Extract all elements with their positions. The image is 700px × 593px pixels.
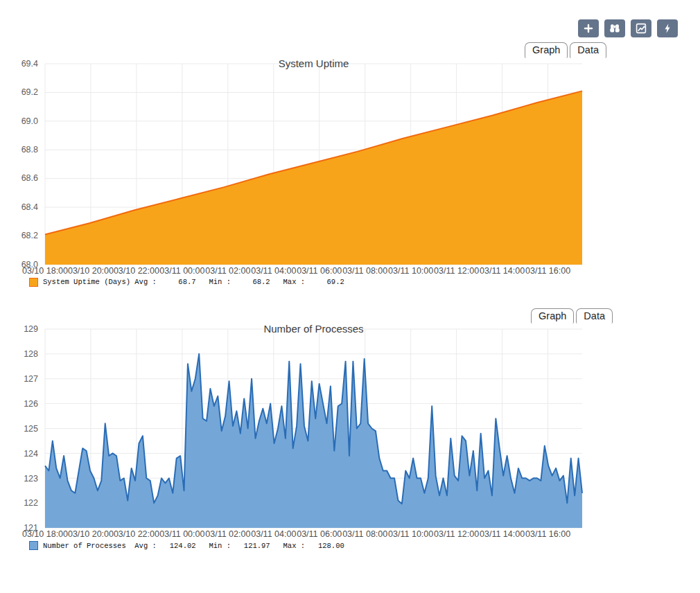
uptime-plot-area: System Uptime xyxy=(45,64,582,265)
x-tick-label: 03/11 12:00 xyxy=(434,266,479,276)
x-tick-label: 03/10 20:00 xyxy=(68,529,114,539)
y-tick-label: 129 xyxy=(24,324,38,334)
x-tick-label: 03/11 06:00 xyxy=(297,266,342,276)
uptime-legend-label: System Uptime (Days) Avg : 68.7 Min : 68… xyxy=(43,278,344,286)
y-tick-label: 124 xyxy=(24,449,38,459)
x-tick-label: 03/10 18:00 xyxy=(22,266,68,276)
processes-x-axis: 03/10 18:0003/10 20:0003/10 22:0003/11 0… xyxy=(45,528,582,538)
x-tick-label: 03/11 00:00 xyxy=(159,266,204,276)
y-tick-label: 127 xyxy=(24,374,38,384)
x-tick-label: 03/11 10:00 xyxy=(388,266,433,276)
y-tick-label: 68.2 xyxy=(21,231,38,240)
x-tick-label: 03/10 20:00 xyxy=(68,266,114,276)
processes-legend: Number of Processes Avg : 124.02 Min : 1… xyxy=(29,541,582,550)
x-tick-label: 03/11 06:00 xyxy=(297,529,342,539)
tab-graph-uptime[interactable]: Graph xyxy=(525,42,568,58)
uptime-x-axis: 03/10 18:0003/10 20:0003/10 22:0003/11 0… xyxy=(45,265,582,275)
y-tick-label: 122 xyxy=(24,498,38,508)
processes-legend-swatch xyxy=(29,541,38,550)
x-tick-label: 03/11 08:00 xyxy=(342,266,387,276)
processes-plot-area: Number of Processes xyxy=(45,329,582,528)
search-button[interactable] xyxy=(604,19,625,37)
tab-data-processes[interactable]: Data xyxy=(576,308,613,324)
binoculars-icon xyxy=(609,22,621,35)
x-tick-label: 03/11 02:00 xyxy=(205,529,250,539)
x-tick-label: 03/11 02:00 xyxy=(205,266,250,276)
lightning-icon xyxy=(661,22,674,35)
x-tick-label: 03/11 14:00 xyxy=(480,529,525,539)
x-tick-label: 03/11 08:00 xyxy=(342,529,387,539)
x-tick-label: 03/10 22:00 xyxy=(114,529,159,539)
y-tick-label: 69.2 xyxy=(21,87,38,97)
x-tick-label: 03/11 14:00 xyxy=(480,266,525,276)
tab-data-uptime[interactable]: Data xyxy=(570,42,606,58)
y-tick-label: 68.4 xyxy=(21,202,38,212)
processes-y-axis: 129128127126125124123122121 xyxy=(0,329,45,528)
uptime-chart-canvas xyxy=(45,64,582,265)
x-tick-label: 03/11 10:00 xyxy=(388,529,433,539)
tab-graph-processes[interactable]: Graph xyxy=(531,308,574,324)
processes-section: Graph Data 129128127126125124123122121 N… xyxy=(0,308,700,551)
x-tick-label: 03/11 04:00 xyxy=(251,266,296,276)
uptime-chart-title: System Uptime xyxy=(279,57,349,69)
processes-chart-block: 129128127126125124123122121 Number of Pr… xyxy=(0,329,582,550)
x-tick-label: 03/11 16:00 xyxy=(525,266,570,276)
x-tick-label: 03/11 12:00 xyxy=(434,529,479,539)
uptime-section: Graph Data 69.469.269.068.868.668.468.26… xyxy=(0,42,700,287)
x-tick-label: 03/10 22:00 xyxy=(114,266,159,276)
processes-chart-canvas xyxy=(45,329,582,528)
x-tick-label: 03/11 00:00 xyxy=(159,529,204,539)
x-tick-label: 03/11 04:00 xyxy=(251,529,296,539)
x-tick-label: 03/10 18:00 xyxy=(22,529,68,539)
x-tick-label: 03/11 16:00 xyxy=(525,529,570,539)
uptime-tabs: Graph Data xyxy=(0,42,700,58)
processes-chart-title: Number of Processes xyxy=(263,323,363,335)
y-tick-label: 69.4 xyxy=(21,59,38,69)
graph-view-button[interactable] xyxy=(631,19,651,37)
chart-line-icon xyxy=(635,22,647,35)
y-tick-label: 128 xyxy=(24,349,38,359)
processes-tabs: Graph Data xyxy=(0,308,700,324)
y-tick-label: 123 xyxy=(24,474,38,484)
uptime-chart-block: 69.469.269.068.868.668.468.268.0 System … xyxy=(0,64,582,287)
quick-actions-button[interactable] xyxy=(657,19,678,37)
y-tick-label: 68.8 xyxy=(21,145,38,154)
plus-icon xyxy=(582,22,595,35)
toolbar xyxy=(0,0,700,37)
add-button[interactable] xyxy=(578,19,599,37)
uptime-legend: System Uptime (Days) Avg : 68.7 Min : 68… xyxy=(29,278,582,287)
processes-legend-label: Number of Processes Avg : 124.02 Min : 1… xyxy=(43,542,344,550)
y-tick-label: 68.6 xyxy=(21,173,38,183)
uptime-y-axis: 69.469.269.068.868.668.468.268.0 xyxy=(0,64,45,265)
y-tick-label: 126 xyxy=(24,399,38,409)
uptime-legend-swatch xyxy=(29,278,38,287)
y-tick-label: 125 xyxy=(24,424,38,434)
y-tick-label: 69.0 xyxy=(21,116,38,126)
